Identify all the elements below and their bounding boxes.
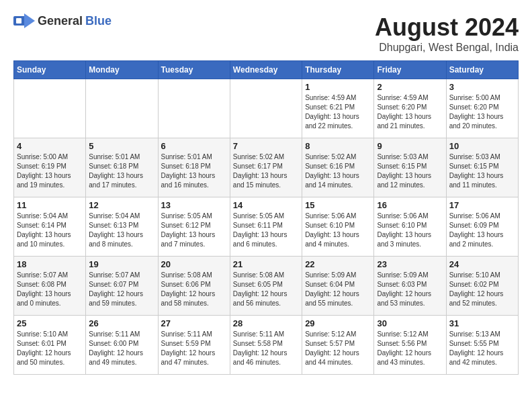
calendar-cell: 4Sunrise: 5:00 AM Sunset: 6:19 PM Daylig… [14, 138, 86, 197]
calendar-table: SundayMondayTuesdayWednesdayThursdayFrid… [13, 60, 519, 375]
day-info: Sunrise: 5:06 AM Sunset: 6:10 PM Dayligh… [305, 212, 371, 249]
day-number: 4 [17, 141, 83, 151]
day-number: 27 [161, 318, 227, 328]
day-info: Sunrise: 5:08 AM Sunset: 6:05 PM Dayligh… [233, 271, 299, 308]
day-info: Sunrise: 5:07 AM Sunset: 6:08 PM Dayligh… [17, 271, 83, 308]
calendar-cell: 12Sunrise: 5:04 AM Sunset: 6:13 PM Dayli… [86, 197, 158, 257]
day-number: 16 [377, 200, 443, 210]
day-info: Sunrise: 5:13 AM Sunset: 5:55 PM Dayligh… [449, 330, 515, 367]
header: General Blue August 2024 Dhupgari, West … [13, 13, 519, 54]
calendar-header: SundayMondayTuesdayWednesdayThursdayFrid… [14, 61, 519, 79]
day-number: 2 [377, 82, 443, 92]
day-info: Sunrise: 5:05 AM Sunset: 6:12 PM Dayligh… [161, 212, 227, 249]
day-number: 24 [449, 259, 515, 269]
calendar-cell: 22Sunrise: 5:09 AM Sunset: 6:04 PM Dayli… [302, 257, 374, 316]
day-info: Sunrise: 5:11 AM Sunset: 6:00 PM Dayligh… [89, 330, 154, 367]
logo: General Blue [13, 13, 112, 28]
day-number: 17 [449, 200, 515, 210]
calendar-cell [158, 79, 230, 138]
calendar-cell: 16Sunrise: 5:06 AM Sunset: 6:10 PM Dayli… [374, 197, 446, 257]
calendar-cell: 28Sunrise: 5:11 AM Sunset: 5:58 PM Dayli… [230, 316, 302, 375]
calendar-cell [230, 79, 302, 138]
day-info: Sunrise: 5:05 AM Sunset: 6:11 PM Dayligh… [233, 212, 299, 249]
day-info: Sunrise: 5:00 AM Sunset: 6:20 PM Dayligh… [449, 93, 515, 131]
calendar-cell: 2Sunrise: 4:59 AM Sunset: 6:20 PM Daylig… [374, 79, 446, 138]
day-number: 13 [161, 200, 227, 210]
calendar-cell: 5Sunrise: 5:01 AM Sunset: 6:18 PM Daylig… [86, 138, 158, 197]
calendar-cell: 7Sunrise: 5:02 AM Sunset: 6:17 PM Daylig… [230, 138, 302, 197]
svg-rect-2 [16, 18, 21, 24]
calendar-cell: 11Sunrise: 5:04 AM Sunset: 6:14 PM Dayli… [14, 197, 86, 257]
day-info: Sunrise: 5:10 AM Sunset: 6:02 PM Dayligh… [449, 271, 515, 308]
day-number: 19 [89, 259, 154, 269]
calendar-cell: 21Sunrise: 5:08 AM Sunset: 6:05 PM Dayli… [230, 257, 302, 316]
weekday-thursday: Thursday [302, 61, 374, 79]
svg-marker-1 [24, 13, 35, 28]
day-info: Sunrise: 5:09 AM Sunset: 6:04 PM Dayligh… [305, 271, 371, 308]
logo-general: General [38, 14, 83, 28]
day-number: 6 [161, 141, 227, 151]
calendar-cell: 17Sunrise: 5:06 AM Sunset: 6:09 PM Dayli… [446, 197, 518, 257]
day-number: 25 [17, 318, 83, 328]
calendar-cell: 6Sunrise: 5:01 AM Sunset: 6:18 PM Daylig… [158, 138, 230, 197]
calendar-cell [86, 79, 158, 138]
location: Dhupgari, West Bengal, India [375, 42, 519, 54]
day-number: 11 [17, 200, 83, 210]
day-info: Sunrise: 5:02 AM Sunset: 6:17 PM Dayligh… [233, 152, 299, 190]
weekday-tuesday: Tuesday [158, 61, 230, 79]
day-number: 22 [305, 259, 371, 269]
calendar-cell: 13Sunrise: 5:05 AM Sunset: 6:12 PM Dayli… [158, 197, 230, 257]
day-info: Sunrise: 5:08 AM Sunset: 6:06 PM Dayligh… [161, 271, 227, 308]
week-row-4: 18Sunrise: 5:07 AM Sunset: 6:08 PM Dayli… [14, 257, 519, 316]
day-number: 18 [17, 259, 83, 269]
day-number: 31 [449, 318, 515, 328]
weekday-friday: Friday [374, 61, 446, 79]
day-number: 12 [89, 200, 154, 210]
calendar-cell: 19Sunrise: 5:07 AM Sunset: 6:07 PM Dayli… [86, 257, 158, 316]
calendar-cell [14, 79, 86, 138]
day-info: Sunrise: 5:04 AM Sunset: 6:14 PM Dayligh… [17, 212, 83, 249]
calendar-cell: 31Sunrise: 5:13 AM Sunset: 5:55 PM Dayli… [446, 316, 518, 375]
day-info: Sunrise: 5:03 AM Sunset: 6:15 PM Dayligh… [449, 152, 515, 190]
day-info: Sunrise: 5:06 AM Sunset: 6:10 PM Dayligh… [377, 212, 443, 249]
day-info: Sunrise: 5:01 AM Sunset: 6:18 PM Dayligh… [161, 152, 227, 190]
calendar-cell: 30Sunrise: 5:12 AM Sunset: 5:56 PM Dayli… [374, 316, 446, 375]
calendar-cell: 8Sunrise: 5:02 AM Sunset: 6:16 PM Daylig… [302, 138, 374, 197]
month-year: August 2024 [375, 13, 519, 42]
day-number: 20 [161, 259, 227, 269]
day-number: 23 [377, 259, 443, 269]
calendar-body: 1Sunrise: 4:59 AM Sunset: 6:21 PM Daylig… [14, 79, 519, 375]
calendar-cell: 18Sunrise: 5:07 AM Sunset: 6:08 PM Dayli… [14, 257, 86, 316]
calendar-cell: 27Sunrise: 5:11 AM Sunset: 5:59 PM Dayli… [158, 316, 230, 375]
day-number: 15 [305, 200, 371, 210]
week-row-2: 4Sunrise: 5:00 AM Sunset: 6:19 PM Daylig… [14, 138, 519, 197]
calendar-cell: 23Sunrise: 5:09 AM Sunset: 6:03 PM Dayli… [374, 257, 446, 316]
day-number: 9 [377, 141, 443, 151]
day-info: Sunrise: 5:10 AM Sunset: 6:01 PM Dayligh… [17, 330, 83, 367]
calendar-cell: 29Sunrise: 5:12 AM Sunset: 5:57 PM Dayli… [302, 316, 374, 375]
day-number: 1 [305, 82, 371, 92]
day-number: 21 [233, 259, 299, 269]
weekday-wednesday: Wednesday [230, 61, 302, 79]
week-row-5: 25Sunrise: 5:10 AM Sunset: 6:01 PM Dayli… [14, 316, 519, 375]
day-number: 28 [233, 318, 299, 328]
day-number: 8 [305, 141, 371, 151]
calendar-cell: 24Sunrise: 5:10 AM Sunset: 6:02 PM Dayli… [446, 257, 518, 316]
day-info: Sunrise: 5:11 AM Sunset: 5:59 PM Dayligh… [161, 330, 227, 367]
day-info: Sunrise: 5:12 AM Sunset: 5:57 PM Dayligh… [305, 330, 371, 367]
weekday-sunday: Sunday [14, 61, 86, 79]
calendar-cell: 14Sunrise: 5:05 AM Sunset: 6:11 PM Dayli… [230, 197, 302, 257]
day-info: Sunrise: 5:02 AM Sunset: 6:16 PM Dayligh… [305, 152, 371, 190]
day-info: Sunrise: 5:06 AM Sunset: 6:09 PM Dayligh… [449, 212, 515, 249]
week-row-1: 1Sunrise: 4:59 AM Sunset: 6:21 PM Daylig… [14, 79, 519, 138]
day-info: Sunrise: 5:07 AM Sunset: 6:07 PM Dayligh… [89, 271, 154, 308]
calendar-cell: 26Sunrise: 5:11 AM Sunset: 6:00 PM Dayli… [86, 316, 158, 375]
day-number: 5 [89, 141, 154, 151]
logo-blue: Blue [85, 14, 112, 28]
calendar-cell: 9Sunrise: 5:03 AM Sunset: 6:15 PM Daylig… [374, 138, 446, 197]
day-info: Sunrise: 5:11 AM Sunset: 5:58 PM Dayligh… [233, 330, 299, 367]
day-number: 29 [305, 318, 371, 328]
weekday-monday: Monday [86, 61, 158, 79]
title-area: August 2024 Dhupgari, West Bengal, India [375, 13, 519, 54]
calendar-cell: 20Sunrise: 5:08 AM Sunset: 6:06 PM Dayli… [158, 257, 230, 316]
